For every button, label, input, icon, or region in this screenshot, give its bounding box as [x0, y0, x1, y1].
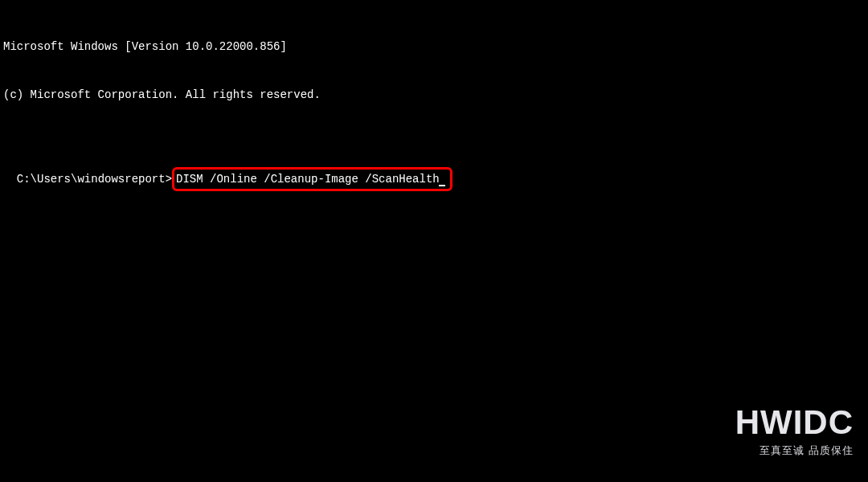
cursor-icon [439, 185, 445, 186]
command-highlight: DISM /Online /Cleanup-Image /ScanHealth [172, 167, 452, 191]
command-text: DISM /Online /Cleanup-Image /ScanHealth [176, 173, 440, 186]
blank-line [3, 135, 865, 151]
prompt-text: C:\Users\windowsreport> [17, 173, 172, 186]
terminal-window[interactable]: Microsoft Windows [Version 10.0.22000.85… [0, 0, 868, 198]
version-line: Microsoft Windows [Version 10.0.22000.85… [3, 39, 865, 55]
watermark-subtitle: 至真至诚 品质保住 [735, 443, 854, 458]
watermark: HWIDC 至真至诚 品质保住 [735, 403, 854, 458]
copyright-line: (c) Microsoft Corporation. All rights re… [3, 87, 865, 103]
command-line[interactable]: C:\Users\windowsreport>DISM /Online /Cle… [17, 167, 452, 191]
watermark-title: HWIDC [735, 403, 854, 442]
